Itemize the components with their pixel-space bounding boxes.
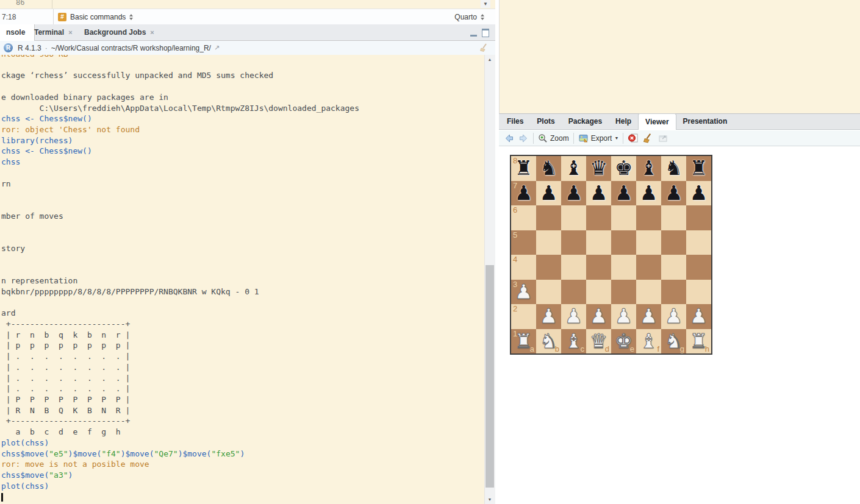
square-e7[interactable]: ♟ bbox=[611, 181, 636, 206]
square-e5[interactable] bbox=[611, 230, 636, 255]
console-output-area[interactable]: nloaded 986 KB ckage ‘rchess’ successful… bbox=[0, 55, 485, 504]
square-c4[interactable] bbox=[561, 255, 586, 280]
square-c3[interactable] bbox=[561, 280, 586, 305]
square-b6[interactable] bbox=[536, 205, 561, 230]
square-e8[interactable]: ♚ bbox=[611, 156, 636, 181]
square-a8[interactable]: 8♜ bbox=[511, 156, 536, 181]
square-g1[interactable]: g♞ bbox=[661, 329, 686, 354]
black-knight[interactable]: ♞ bbox=[661, 156, 686, 181]
square-e6[interactable] bbox=[611, 205, 636, 230]
square-d5[interactable] bbox=[586, 230, 611, 255]
square-h2[interactable]: ♟ bbox=[686, 304, 711, 329]
square-b3[interactable] bbox=[536, 280, 561, 305]
white-queen[interactable]: ♛ bbox=[586, 329, 611, 354]
square-b5[interactable] bbox=[536, 230, 561, 255]
square-d7[interactable]: ♟ bbox=[586, 181, 611, 206]
black-pawn[interactable]: ♟ bbox=[661, 181, 686, 206]
white-knight[interactable]: ♞ bbox=[536, 329, 561, 354]
square-h7[interactable]: ♟ bbox=[686, 181, 711, 206]
square-f7[interactable]: ♟ bbox=[636, 181, 661, 206]
doc-mode-menu[interactable]: Quarto bbox=[454, 13, 484, 21]
forward-button[interactable] bbox=[518, 133, 529, 143]
zoom-button[interactable]: Zoom bbox=[538, 133, 569, 143]
white-pawn[interactable]: ♟ bbox=[586, 304, 611, 329]
square-g3[interactable] bbox=[661, 280, 686, 305]
black-bishop[interactable]: ♝ bbox=[636, 156, 661, 181]
square-f1[interactable]: f♝ bbox=[636, 329, 661, 354]
console-scrollbar[interactable]: ▲ ▼ bbox=[484, 55, 495, 504]
white-pawn[interactable]: ♟ bbox=[561, 304, 586, 329]
tab-terminal[interactable]: Terminal× bbox=[28, 24, 79, 40]
black-bishop[interactable]: ♝ bbox=[561, 156, 586, 181]
scrollbar-thumb[interactable] bbox=[486, 265, 494, 488]
square-e3[interactable] bbox=[611, 280, 636, 305]
editor-scroll-down-icon[interactable]: ▼ bbox=[481, 0, 490, 8]
square-a6[interactable]: 6 bbox=[511, 205, 536, 230]
scroll-down-icon[interactable]: ▼ bbox=[485, 495, 495, 504]
square-a1[interactable]: 1a♜ bbox=[511, 329, 536, 354]
black-rook[interactable]: ♜ bbox=[511, 156, 536, 181]
maximize-pane-icon[interactable] bbox=[482, 29, 489, 37]
back-button[interactable] bbox=[504, 133, 514, 143]
square-h1[interactable]: h♜ bbox=[686, 329, 711, 354]
square-g5[interactable] bbox=[661, 230, 686, 255]
tab-packages[interactable]: Packages bbox=[562, 113, 609, 129]
tab-plots[interactable]: Plots bbox=[530, 113, 561, 129]
square-h5[interactable] bbox=[686, 230, 711, 255]
square-c5[interactable] bbox=[561, 230, 586, 255]
goto-directory-icon[interactable]: ↗ bbox=[214, 44, 220, 52]
white-pawn[interactable]: ♟ bbox=[661, 304, 686, 329]
remove-viewer-item-button[interactable] bbox=[628, 133, 639, 143]
square-d1[interactable]: d♛ bbox=[586, 329, 611, 354]
white-knight[interactable]: ♞ bbox=[661, 329, 686, 354]
square-d3[interactable] bbox=[586, 280, 611, 305]
square-d2[interactable]: ♟ bbox=[586, 304, 611, 329]
white-rook[interactable]: ♜ bbox=[511, 329, 536, 354]
white-pawn[interactable]: ♟ bbox=[686, 304, 711, 329]
square-d4[interactable] bbox=[586, 255, 611, 280]
square-b8[interactable]: ♞ bbox=[536, 156, 561, 181]
export-button[interactable]: Export ▼ bbox=[578, 133, 619, 143]
square-f4[interactable] bbox=[636, 255, 661, 280]
black-king[interactable]: ♚ bbox=[611, 156, 636, 181]
black-pawn[interactable]: ♟ bbox=[636, 181, 661, 206]
square-h4[interactable] bbox=[686, 255, 711, 280]
square-g7[interactable]: ♟ bbox=[661, 181, 686, 206]
white-pawn[interactable]: ♟ bbox=[511, 280, 536, 305]
square-c6[interactable] bbox=[561, 205, 586, 230]
scroll-up-icon[interactable]: ▲ bbox=[485, 55, 495, 64]
black-pawn[interactable]: ♟ bbox=[586, 181, 611, 206]
white-pawn[interactable]: ♟ bbox=[611, 304, 636, 329]
square-h6[interactable] bbox=[686, 205, 711, 230]
square-c1[interactable]: c♝ bbox=[561, 329, 586, 354]
close-terminal-icon[interactable]: × bbox=[68, 29, 72, 36]
square-a3[interactable]: 3♟ bbox=[511, 280, 536, 305]
square-f6[interactable] bbox=[636, 205, 661, 230]
square-g8[interactable]: ♞ bbox=[661, 156, 686, 181]
square-b7[interactable]: ♟ bbox=[536, 181, 561, 206]
square-d6[interactable] bbox=[586, 205, 611, 230]
square-b2[interactable]: ♟ bbox=[536, 304, 561, 329]
square-e2[interactable]: ♟ bbox=[611, 304, 636, 329]
tab-background-jobs[interactable]: Background Jobs× bbox=[78, 24, 160, 40]
open-in-new-window-button[interactable] bbox=[658, 133, 668, 143]
close-background-jobs-icon[interactable]: × bbox=[150, 29, 154, 36]
square-f5[interactable] bbox=[636, 230, 661, 255]
white-bishop[interactable]: ♝ bbox=[636, 329, 661, 354]
square-g6[interactable] bbox=[661, 205, 686, 230]
clear-console-broom-icon[interactable] bbox=[479, 43, 489, 54]
square-h8[interactable]: ♜ bbox=[686, 156, 711, 181]
square-h3[interactable] bbox=[686, 280, 711, 305]
square-f2[interactable]: ♟ bbox=[636, 304, 661, 329]
black-pawn[interactable]: ♟ bbox=[686, 181, 711, 206]
square-a4[interactable]: 4 bbox=[511, 255, 536, 280]
black-knight[interactable]: ♞ bbox=[536, 156, 561, 181]
square-c7[interactable]: ♟ bbox=[561, 181, 586, 206]
square-g4[interactable] bbox=[661, 255, 686, 280]
square-f3[interactable] bbox=[636, 280, 661, 305]
square-e1[interactable]: e♚ bbox=[611, 329, 636, 354]
tab-files[interactable]: Files bbox=[500, 113, 530, 129]
tab-viewer[interactable]: Viewer bbox=[638, 113, 676, 130]
square-c8[interactable]: ♝ bbox=[561, 156, 586, 181]
minimize-pane-icon[interactable] bbox=[470, 29, 477, 37]
